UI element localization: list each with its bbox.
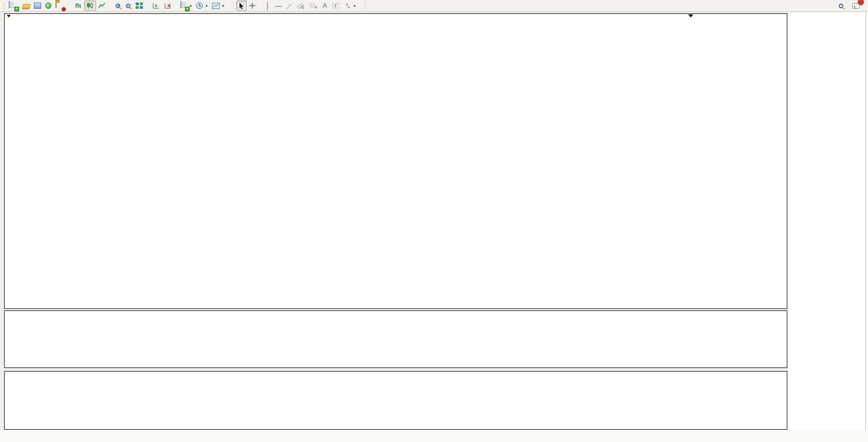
add-indicator-caret-icon: ▾ [190,4,192,8]
data-window-button[interactable] [32,1,43,11]
signals-button[interactable] [43,1,53,11]
chart-title [7,15,24,17]
template-icon [212,3,220,9]
horizontal-line-icon: — [275,3,282,9]
arrows-tool-button[interactable]: ▾ [342,1,358,11]
rsi-canvas[interactable] [5,372,787,429]
notification-badge [858,0,864,5]
bar-chart-icon [75,2,82,9]
template-button[interactable]: ▾ [210,1,226,11]
bar-chart-button[interactable] [72,1,84,11]
zoom-out-button[interactable]: - [123,1,133,11]
chart-shift-marker[interactable] [688,14,693,17]
search-button[interactable] [836,1,846,11]
channel-icon: E [297,2,305,9]
channel-tool-button[interactable]: E [294,1,307,11]
period-button[interactable]: ▾ [194,1,210,11]
fibonacci-icon: F [309,2,318,9]
candlestick-chart-button[interactable] [84,1,96,11]
zoom-in-button[interactable]: + [113,1,123,11]
horizontal-line-tool-button[interactable]: — [273,1,284,11]
rsi-panel[interactable] [4,371,787,430]
template-caret-icon: ▾ [222,4,224,8]
add-indicator-button[interactable]: + ▾ [178,1,194,11]
market-watch-button[interactable] [21,1,32,11]
signals-icon [45,3,51,9]
zoom-out-icon: - [126,4,131,8]
price-chart-canvas[interactable] [5,14,787,308]
autotrading-button[interactable] [53,1,68,11]
line-chart-icon [98,2,106,9]
fibonacci-tool-button[interactable]: F [307,1,320,11]
label-tool-button[interactable]: T [330,1,342,11]
period-caret-icon: ▾ [206,4,208,8]
toolbar-grip[interactable] [3,2,5,10]
svg-text:F: F [315,6,317,9]
trendline-icon: ／ [286,3,292,9]
new-order-icon: + [9,2,17,10]
cursor-icon [238,2,245,9]
line-toolbar-grip[interactable] [232,2,235,10]
trendline-tool-button[interactable]: ／ [284,1,294,11]
crosshair-icon [249,2,256,9]
notifications-button[interactable] [850,1,862,11]
label-icon: T [332,2,340,9]
line-chart-button[interactable] [96,1,108,11]
svg-text:E: E [302,6,304,9]
clock-icon [196,2,204,10]
zoom-in-icon: + [116,4,120,8]
macd-panel[interactable] [4,310,787,368]
time-axis[interactable] [0,430,868,442]
market-watch-icon [22,4,30,9]
new-order-button[interactable]: + [7,1,21,11]
autotrading-icon [56,2,64,10]
vertical-line-tool-button[interactable]: │ [263,1,273,11]
price-axis-gutter [788,12,868,440]
arrows-icon [344,3,352,9]
add-indicator-icon: + [180,2,188,10]
price-chart-panel[interactable] [4,13,787,309]
window-edge [865,12,866,442]
mt4-terminal: + + - + [0,0,868,442]
main-toolbar: + + - + [0,0,868,12]
chart-shift-icon [164,2,172,9]
tile-windows-button[interactable] [133,1,145,11]
vertical-line-icon: │ [266,3,270,9]
auto-scroll-icon [152,2,160,9]
data-window-icon [34,3,41,9]
text-tool-button[interactable]: A [320,1,330,11]
auto-scroll-button[interactable] [150,1,162,11]
chart-shift-button[interactable] [162,1,174,11]
candlestick-chart-icon [86,2,94,9]
macd-canvas[interactable] [5,311,787,367]
text-icon: A [323,3,327,9]
crosshair-tool-button[interactable] [247,1,258,11]
tile-windows-icon [135,2,143,9]
timeframe-toolbar-grip[interactable] [364,2,366,10]
svg-text:T: T [334,4,337,9]
cursor-tool-button[interactable] [236,1,247,11]
chart-dropdown-icon[interactable] [7,15,11,17]
search-icon [839,4,843,8]
arrows-caret-icon: ▾ [354,4,356,8]
